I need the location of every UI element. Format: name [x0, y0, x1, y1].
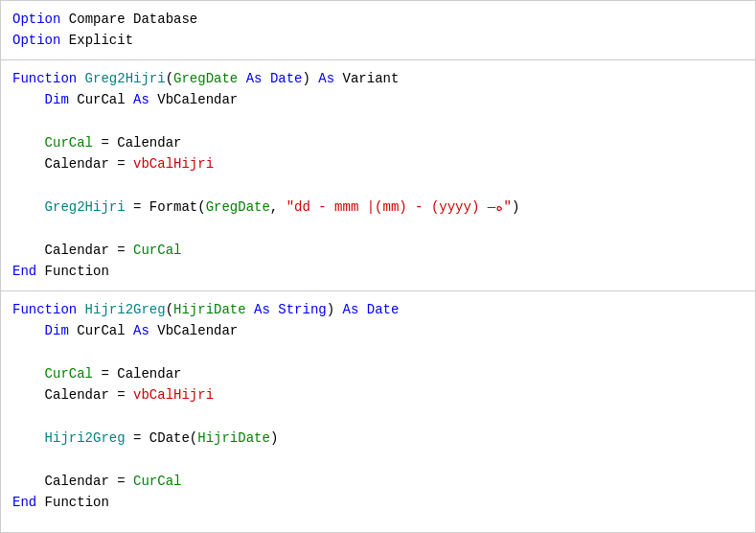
indent: [12, 323, 45, 338]
code-text: Function: [36, 264, 109, 279]
indent: [12, 387, 45, 403]
keyword-as6: As: [133, 323, 149, 338]
indent: [12, 135, 45, 151]
code-line: Hijri2Greg = CDate(HijriDate): [12, 428, 744, 449]
code-text: ): [512, 199, 519, 215]
code-line: Greg2Hijri = Format(GregDate, "dd - mmm …: [12, 197, 744, 218]
function1-section: Function Greg2Hijri(GregDate As Date) As…: [1, 60, 755, 291]
keyword-as2: As: [318, 71, 334, 86]
var-curcal: CurCal: [45, 135, 93, 151]
keyword-as4: As: [254, 302, 270, 317]
indent: [12, 199, 45, 215]
code-text: ): [327, 302, 343, 317]
code-line: End Function: [12, 492, 744, 513]
keyword-as: As: [246, 71, 263, 86]
code-text: ): [270, 430, 278, 446]
code-text: [358, 302, 366, 317]
keyword-dim: Dim: [45, 92, 69, 107]
indent: [12, 243, 45, 258]
param-hijridate2: HijriDate: [197, 430, 270, 446]
code-text: Function: [36, 495, 109, 510]
code-text: = Calendar: [93, 366, 181, 382]
code-text: VbCalendar: [149, 92, 238, 107]
code-line: CurCal = Calendar: [12, 132, 744, 153]
code-text: [262, 71, 269, 86]
code-line: Function Greg2Hijri(GregDate As Date) As…: [12, 68, 744, 89]
keyword-function2: Function: [12, 302, 77, 317]
empty-line: [12, 219, 744, 240]
indent: [12, 474, 45, 489]
empty-line: [12, 406, 744, 428]
code-line: Calendar = CurCal: [12, 471, 744, 492]
empty-line: [12, 341, 744, 362]
code-text: VbCalendar: [149, 323, 238, 338]
const-vbcalhijri2: vbCalHijri: [133, 387, 214, 403]
code-text: Explicit: [60, 33, 133, 48]
var-curcal2: CurCal: [133, 243, 181, 258]
keyword-string: String: [278, 302, 326, 317]
var-curcal3: CurCal: [45, 366, 93, 382]
keyword-date: Date: [270, 71, 303, 86]
code-line: Calendar = CurCal: [12, 240, 744, 261]
empty-line: [12, 111, 744, 132]
keyword-date2: Date: [367, 302, 400, 317]
code-text: Compare Database: [60, 12, 197, 27]
code-text: ): [303, 71, 319, 86]
code-line: Option Compare Database: [12, 9, 744, 30]
options-section: Option Compare Database Option Explicit: [1, 1, 755, 60]
code-text: Calendar =: [45, 474, 133, 489]
code-line: End Function: [12, 261, 744, 282]
code-text: CurCal: [69, 323, 133, 338]
code-text: [238, 71, 245, 86]
code-line: Dim CurCal As VbCalendar: [12, 89, 744, 110]
indent: [12, 156, 45, 172]
code-editor: Option Compare Database Option Explicit …: [0, 0, 756, 533]
code-text: = Calendar: [93, 135, 181, 151]
code-text: Calendar =: [45, 156, 133, 172]
code-text: (: [166, 302, 173, 317]
param-hijridate: HijriDate: [173, 302, 246, 317]
keyword-option: Option: [12, 33, 60, 48]
code-line: Function Hijri2Greg(HijriDate As String)…: [12, 299, 744, 320]
keyword-dim2: Dim: [45, 323, 69, 338]
code-text: ,: [270, 199, 286, 215]
function-name2: Hijri2Greg: [77, 302, 165, 317]
indent: [12, 366, 45, 382]
param-name: GregDate: [173, 71, 238, 86]
code-line: Dim CurCal As VbCalendar: [12, 320, 744, 341]
func-call-greg2hijri: Greg2Hijri: [45, 199, 126, 215]
keyword-as3: As: [133, 92, 149, 107]
function-name: Greg2Hijri: [77, 71, 165, 86]
code-text: CurCal: [69, 92, 133, 107]
format-string: "dd - mmm |(mm) - (yyyy) —ه": [286, 199, 512, 215]
var-curcal4: CurCal: [133, 474, 181, 489]
code-text: = CDate(: [126, 430, 198, 446]
code-text: Calendar =: [45, 387, 133, 403]
indent: [12, 430, 45, 446]
code-line: Calendar = vbCalHijri: [12, 153, 744, 174]
indent: [12, 92, 45, 107]
keyword-end2: End: [12, 495, 36, 510]
empty-line: [12, 175, 744, 197]
empty-line: [12, 449, 744, 470]
code-text: Calendar =: [45, 243, 133, 258]
keyword-end: End: [12, 264, 36, 279]
func-call-hijri2greg: Hijri2Greg: [45, 430, 126, 446]
keyword-function: Function: [12, 71, 77, 86]
keyword-as5: As: [343, 302, 359, 317]
function2-section: Function Hijri2Greg(HijriDate As String)…: [1, 291, 755, 521]
keyword-option: Option: [12, 12, 60, 27]
code-text: = Format(: [126, 199, 206, 215]
code-line: CurCal = Calendar: [12, 363, 744, 384]
code-line: Calendar = vbCalHijri: [12, 384, 744, 406]
code-line: Option Explicit: [12, 30, 744, 51]
code-text: (: [166, 71, 173, 86]
param-gregdate: GregDate: [206, 199, 270, 215]
code-text: Variant: [334, 71, 399, 86]
code-text: [246, 302, 254, 317]
const-vbcalhijri: vbCalHijri: [133, 156, 214, 172]
